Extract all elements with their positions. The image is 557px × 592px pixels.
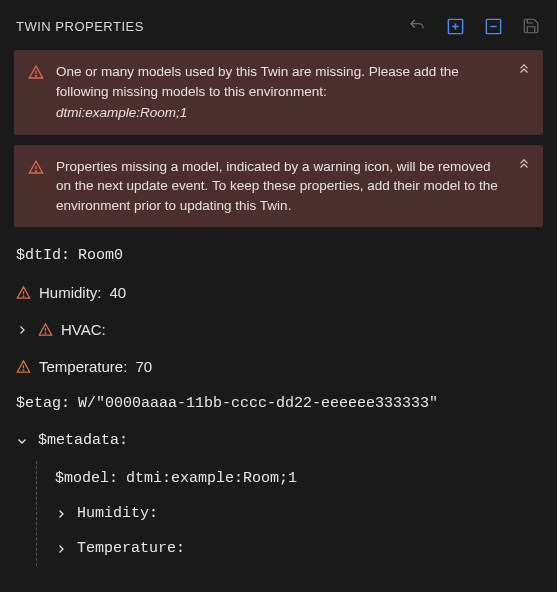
expand-all-icon bbox=[446, 17, 465, 36]
svg-point-10 bbox=[23, 296, 24, 297]
alert-message: Properties missing a model, indicated by… bbox=[56, 159, 498, 213]
alert-model-id: dtmi:example:Room;1 bbox=[56, 103, 505, 123]
property-label: $metadata: bbox=[38, 430, 128, 451]
save-button[interactable] bbox=[521, 16, 541, 36]
panel-title: TWIN PROPERTIES bbox=[16, 19, 144, 34]
svg-point-14 bbox=[23, 370, 24, 371]
property-label: $etag: bbox=[16, 393, 70, 414]
property-temperature[interactable]: Temperature: 70 bbox=[14, 348, 543, 385]
property-value: W/"0000aaaa-11bb-cccc-dd22-eeeeee333333" bbox=[78, 393, 438, 414]
alert-message: One or many models used by this Twin are… bbox=[56, 64, 459, 99]
metadata-children: $model: dtmi:example:Room;1 Humidity: Te… bbox=[36, 461, 543, 566]
chevron-right-icon bbox=[55, 543, 67, 555]
expand-all-button[interactable] bbox=[445, 16, 465, 36]
expand-toggle[interactable] bbox=[55, 543, 69, 555]
alert-collapse-button[interactable] bbox=[517, 157, 531, 174]
twin-properties-panel: TWIN PROPERTIES One or many models used … bbox=[0, 0, 557, 580]
svg-point-12 bbox=[45, 333, 46, 334]
expand-toggle[interactable] bbox=[16, 435, 30, 447]
save-icon bbox=[522, 17, 540, 35]
alert-text: Properties missing a model, indicated by… bbox=[56, 157, 529, 216]
property-label: Humidity: bbox=[77, 503, 158, 524]
property-dtid: $dtId: Room0 bbox=[14, 237, 543, 274]
property-metadata-model: $model: dtmi:example:Room;1 bbox=[55, 461, 543, 496]
property-label: $dtId: bbox=[16, 245, 70, 266]
expand-toggle[interactable] bbox=[16, 324, 30, 336]
property-etag: $etag: W/"0000aaaa-11bb-cccc-dd22-eeeeee… bbox=[14, 385, 543, 422]
property-metadata[interactable]: $metadata: bbox=[14, 422, 543, 459]
warning-icon bbox=[16, 359, 31, 374]
alert-missing-models: One or many models used by this Twin are… bbox=[14, 50, 543, 135]
property-value: Room0 bbox=[78, 245, 123, 266]
chevron-down-icon bbox=[16, 435, 28, 447]
warning-icon bbox=[16, 285, 31, 300]
chevron-right-icon bbox=[16, 324, 28, 336]
properties-list: $dtId: Room0 Humidity: 40 HVAC: Temperat… bbox=[14, 237, 543, 566]
property-label: Temperature: bbox=[77, 538, 185, 559]
svg-point-8 bbox=[36, 170, 37, 171]
property-value: 40 bbox=[110, 282, 127, 303]
alert-text: One or many models used by this Twin are… bbox=[56, 62, 529, 123]
alert-properties-missing-model: Properties missing a model, indicated by… bbox=[14, 145, 543, 228]
warning-icon bbox=[28, 159, 44, 178]
property-label: HVAC: bbox=[61, 319, 106, 340]
property-hvac[interactable]: HVAC: bbox=[14, 311, 543, 348]
panel-header: TWIN PROPERTIES bbox=[14, 10, 543, 50]
property-label: $model: bbox=[55, 468, 118, 489]
undo-button[interactable] bbox=[407, 16, 427, 36]
collapse-all-button[interactable] bbox=[483, 16, 503, 36]
svg-point-6 bbox=[36, 76, 37, 77]
chevron-up-double-icon bbox=[517, 62, 531, 76]
header-actions bbox=[407, 16, 541, 36]
property-metadata-temperature[interactable]: Temperature: bbox=[55, 531, 543, 566]
warning-icon bbox=[28, 64, 44, 83]
chevron-up-double-icon bbox=[517, 157, 531, 171]
property-value: 70 bbox=[135, 356, 152, 377]
expand-toggle[interactable] bbox=[55, 508, 69, 520]
warning-icon bbox=[38, 322, 53, 337]
property-label: Temperature: bbox=[39, 356, 127, 377]
alert-collapse-button[interactable] bbox=[517, 62, 531, 79]
property-humidity[interactable]: Humidity: 40 bbox=[14, 274, 543, 311]
collapse-all-icon bbox=[484, 17, 503, 36]
property-value: dtmi:example:Room;1 bbox=[126, 468, 297, 489]
chevron-right-icon bbox=[55, 508, 67, 520]
property-label: Humidity: bbox=[39, 282, 102, 303]
undo-icon bbox=[408, 17, 426, 35]
property-metadata-humidity[interactable]: Humidity: bbox=[55, 496, 543, 531]
